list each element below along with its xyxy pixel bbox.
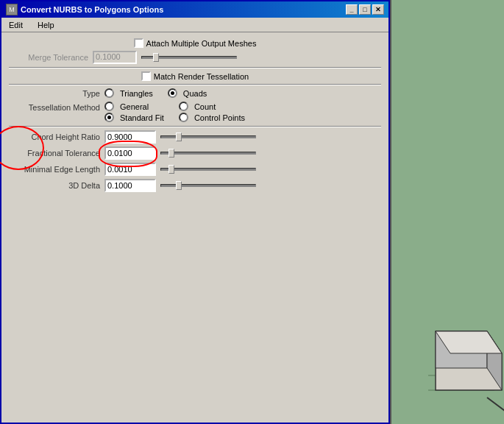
menu-edit[interactable]: Edit bbox=[4, 19, 27, 31]
close-button[interactable]: ✕ bbox=[372, 4, 384, 15]
fractional-tolerance-row: Fractional Tolerance bbox=[9, 146, 381, 160]
menu-help[interactable]: Help bbox=[33, 19, 59, 31]
type-quads-label: Quads bbox=[183, 89, 207, 98]
chord-height-row: Chord Height Ratio bbox=[9, 130, 381, 144]
merge-tolerance-slider-area bbox=[140, 56, 238, 59]
chord-height-input[interactable] bbox=[104, 130, 156, 144]
fractional-tolerance-track[interactable] bbox=[160, 152, 256, 155]
separator-2 bbox=[9, 84, 381, 85]
tess-count-group: Count bbox=[179, 102, 245, 111]
type-triangles-group: Triangles bbox=[104, 88, 153, 98]
type-label: Type bbox=[9, 89, 104, 98]
title-buttons: _ □ ✕ bbox=[346, 4, 384, 15]
match-render-row: Match Render Tessellation bbox=[9, 71, 381, 81]
merge-tolerance-label: Merge Tolerance bbox=[12, 53, 93, 62]
tess-standard-label: Standard Fit bbox=[120, 113, 164, 122]
separator-3 bbox=[9, 126, 381, 127]
tess-method-row: Tessellation Method General Standard Fit… bbox=[9, 102, 381, 122]
merge-tolerance-thumb[interactable] bbox=[153, 53, 159, 62]
merge-tolerance-row: Merge Tolerance 0.1000 bbox=[9, 51, 381, 64]
match-render-checkbox[interactable] bbox=[141, 71, 151, 81]
maximize-button[interactable]: □ bbox=[359, 4, 371, 15]
attach-multiple-label: Attach Multiple Output Meshes bbox=[146, 39, 257, 48]
type-triangles-radio[interactable] bbox=[104, 88, 114, 98]
delta-3d-slider-area bbox=[159, 184, 258, 187]
tess-standard-group: Standard Fit bbox=[104, 113, 164, 122]
minimal-edge-row: Minimal Edge Length bbox=[9, 163, 381, 176]
delta-3d-thumb[interactable] bbox=[176, 181, 182, 190]
minimal-edge-label: Minimal Edge Length bbox=[9, 165, 104, 174]
tess-count-radio[interactable] bbox=[179, 102, 188, 111]
type-quads-group: Quads bbox=[168, 88, 207, 98]
delta-3d-input[interactable] bbox=[104, 179, 156, 192]
fractional-tolerance-label: Fractional Tolerance bbox=[9, 149, 104, 158]
type-quads-radio[interactable] bbox=[168, 88, 177, 98]
delta-3d-track[interactable] bbox=[160, 184, 256, 187]
viewport-svg bbox=[391, 0, 504, 424]
menu-bar: Edit Help bbox=[1, 18, 388, 32]
minimal-edge-track[interactable] bbox=[160, 168, 256, 171]
3d-viewport bbox=[390, 0, 504, 424]
type-row: Type Triangles Quads bbox=[9, 88, 381, 98]
merge-tolerance-track[interactable] bbox=[141, 56, 237, 59]
title-bar-left: M Convert NURBS to Polygons Options bbox=[6, 4, 163, 15]
tess-general-radio[interactable] bbox=[104, 102, 114, 111]
tess-count-label: Count bbox=[194, 102, 216, 111]
tess-control-group: Control Points bbox=[179, 113, 245, 122]
type-triangles-label: Triangles bbox=[120, 89, 153, 98]
tess-control-radio[interactable] bbox=[179, 113, 188, 122]
title-bar: M Convert NURBS to Polygons Options _ □ … bbox=[1, 1, 388, 18]
merge-tolerance-value: 0.1000 bbox=[93, 51, 137, 64]
attach-multiple-row: Attach Multiple Output Meshes bbox=[9, 38, 381, 48]
minimize-button[interactable]: _ bbox=[346, 4, 358, 15]
minimal-edge-slider-area bbox=[159, 168, 258, 171]
tess-method-label: Tessellation Method bbox=[9, 102, 104, 112]
tess-general-label: General bbox=[120, 102, 149, 111]
window-icon: M bbox=[6, 4, 18, 15]
separator-1 bbox=[9, 67, 381, 68]
tess-standard-radio[interactable] bbox=[104, 113, 114, 122]
chord-height-track[interactable] bbox=[160, 135, 256, 138]
minimal-edge-input[interactable] bbox=[104, 163, 156, 176]
fractional-tolerance-input[interactable] bbox=[104, 146, 156, 160]
dialog-window: M Convert NURBS to Polygons Options _ □ … bbox=[0, 0, 390, 424]
minimal-edge-thumb[interactable] bbox=[168, 165, 174, 174]
fractional-tolerance-thumb[interactable] bbox=[168, 149, 174, 158]
window-title: Convert NURBS to Polygons Options bbox=[21, 5, 163, 14]
attach-multiple-checkbox[interactable] bbox=[134, 38, 143, 48]
tess-general-group: General bbox=[104, 102, 164, 111]
match-render-label: Match Render Tessellation bbox=[154, 72, 249, 81]
chord-height-label: Chord Height Ratio bbox=[9, 132, 104, 141]
chord-height-thumb[interactable] bbox=[176, 132, 182, 141]
fractional-tolerance-slider-area bbox=[159, 152, 258, 155]
tess-control-label: Control Points bbox=[194, 113, 245, 122]
delta-3d-row: 3D Delta bbox=[9, 179, 381, 192]
delta-3d-label: 3D Delta bbox=[9, 181, 104, 190]
content-area: Attach Multiple Output Meshes Merge Tole… bbox=[1, 32, 388, 423]
chord-height-slider-area bbox=[159, 135, 258, 138]
